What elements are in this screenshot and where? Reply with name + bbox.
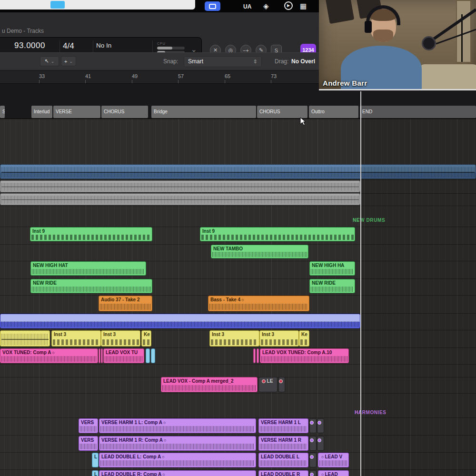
region-vox-tuned-comp-a[interactable]: VOX TUNED: Comp A○ xyxy=(0,348,98,363)
region-inst-3[interactable]: Inst 3 xyxy=(101,330,140,347)
region-label: Inst 9 xyxy=(30,228,152,234)
region[interactable] xyxy=(0,193,360,205)
region[interactable] xyxy=(0,314,360,328)
take-dot-icon xyxy=(317,421,321,425)
region-verse-harm-1-l-comp-a[interactable]: VERSE HARM 1 L: Comp A○ xyxy=(99,418,256,433)
region-verse-harm-1-r[interactable]: VERSE HARM 1 R xyxy=(258,436,308,451)
midi-notes-preview xyxy=(300,339,308,345)
take-folder-icon: ○ xyxy=(321,454,324,460)
mic-arm xyxy=(319,0,476,90)
waveform-preview xyxy=(311,269,354,274)
waveform-preview xyxy=(32,287,151,292)
region-label: LEAD DOUBLE L: Comp A○ xyxy=(99,453,256,460)
region-lead[interactable]: ○LEAD xyxy=(318,470,349,476)
region-lead-vox-comp-a-merged-2[interactable]: LEAD VOX - Comp A merged_2 xyxy=(161,377,258,392)
region-new-tambo[interactable]: NEW TAMBO xyxy=(211,245,308,258)
take-folder-icon: ○ xyxy=(321,472,324,476)
region-lead-double-l-comp-a[interactable]: LEAD DOUBLE L: Comp A○ xyxy=(99,453,256,467)
waveform-preview xyxy=(1,183,359,191)
region-ke[interactable]: Ke xyxy=(141,330,151,347)
region-label: LEAD VOX - Comp A merged_2 xyxy=(161,377,257,384)
region[interactable] xyxy=(317,436,324,451)
region[interactable] xyxy=(151,348,155,363)
playhead[interactable] xyxy=(360,91,361,476)
region-le[interactable]: LE xyxy=(258,377,278,392)
region-lead-double-r[interactable]: LEAD DOUBLE R xyxy=(258,470,308,476)
lane-divider xyxy=(0,347,476,348)
region-verse-harm-1-l[interactable]: VERSE HARM 1 L xyxy=(258,418,308,433)
region[interactable] xyxy=(0,164,476,179)
region-vers[interactable]: VERS xyxy=(79,418,98,433)
waveform-preview xyxy=(1,334,49,345)
region-label: LEAD VOX TUNED: Comp A.10 xyxy=(260,349,348,356)
region-label xyxy=(254,349,256,350)
region-label xyxy=(310,471,316,476)
region[interactable] xyxy=(0,180,360,192)
region-label: LEAD DOUBLE R: Comp A○ xyxy=(99,471,256,476)
lane-divider xyxy=(0,435,476,436)
region-label xyxy=(146,349,149,350)
region-new-high-hat[interactable]: NEW HIGH HAT xyxy=(30,261,146,276)
region-inst-3[interactable]: Inst 3 xyxy=(209,330,259,347)
region-lead-double-r-comp-a[interactable]: LEAD DOUBLE R: Comp A○ xyxy=(99,470,256,476)
region-ke[interactable]: Ke xyxy=(299,330,309,347)
region[interactable] xyxy=(317,418,324,433)
region[interactable] xyxy=(101,348,103,363)
region-label xyxy=(0,194,360,195)
region[interactable] xyxy=(0,330,50,347)
region-label xyxy=(151,349,155,350)
waveform-preview xyxy=(1,356,97,362)
region-audio-37-take-2[interactable]: Audio 37 - Take 2 xyxy=(99,296,152,311)
waveform-preview xyxy=(212,252,307,257)
region-label xyxy=(279,377,285,384)
region-label: Inst 3 xyxy=(210,331,259,337)
region-label: VERSE HARM 1 R: Comp A○ xyxy=(99,436,256,443)
waveform-preview xyxy=(311,287,354,292)
region[interactable] xyxy=(99,348,100,363)
webcam-name: Andrew Barr xyxy=(323,79,367,87)
region[interactable] xyxy=(278,377,285,392)
region-label xyxy=(0,314,360,315)
microphone xyxy=(422,36,436,50)
region-new-high-ha[interactable]: NEW HIGH HA xyxy=(309,261,355,276)
take-dot-icon xyxy=(279,379,283,383)
region-verse-harm-1-r-comp-a[interactable]: VERSE HARM 1 R: Comp A○ xyxy=(99,436,256,451)
region[interactable] xyxy=(253,348,256,363)
region-label: Inst 9 xyxy=(200,228,355,234)
region-new-ride[interactable]: NEW RIDE xyxy=(309,279,355,293)
region-l[interactable]: L xyxy=(92,470,99,476)
region-label xyxy=(0,165,476,166)
region-new-ride[interactable]: NEW RIDE xyxy=(30,279,152,293)
waveform-preview xyxy=(1,321,359,327)
region-inst-3[interactable]: Inst 3 xyxy=(259,330,299,347)
waveform-preview xyxy=(80,444,97,449)
region-label xyxy=(0,331,50,332)
region[interactable] xyxy=(309,418,317,433)
region-lead-v[interactable]: ○LEAD V xyxy=(318,453,349,467)
take-dot-icon xyxy=(310,438,314,442)
region-lead-vox-tu[interactable]: LEAD VOX TU xyxy=(103,348,144,363)
region-label: ○LEAD xyxy=(318,471,348,476)
region-l[interactable]: L xyxy=(92,453,99,467)
take-folder-icon: ○ xyxy=(241,297,244,303)
region-vers[interactable]: VERS xyxy=(79,436,98,451)
take-dot-icon xyxy=(310,455,314,459)
region[interactable] xyxy=(257,348,259,363)
region-inst-9[interactable]: Inst 9 xyxy=(30,227,152,241)
region-label xyxy=(99,349,100,350)
region[interactable] xyxy=(146,348,150,363)
region[interactable] xyxy=(309,436,317,451)
region-bass-take-4[interactable]: Bass - Take 4○ xyxy=(208,296,309,311)
region-label: VOX TUNED: Comp A○ xyxy=(0,349,98,356)
region-lead-double-l[interactable]: LEAD DOUBLE L xyxy=(258,453,308,467)
region-label: LEAD DOUBLE R xyxy=(259,471,308,476)
waveform-preview xyxy=(1,196,359,204)
region[interactable] xyxy=(309,453,317,467)
region[interactable] xyxy=(309,470,317,476)
region-inst-3[interactable]: Inst 3 xyxy=(51,330,101,347)
region-label: NEW TAMBO xyxy=(211,245,308,252)
region-inst-9[interactable]: Inst 9 xyxy=(200,227,355,241)
waveform-preview xyxy=(260,426,307,432)
region-label: LE xyxy=(259,377,277,384)
region-lead-vox-tuned-comp-a-10[interactable]: LEAD VOX TUNED: Comp A.10 xyxy=(260,348,349,363)
